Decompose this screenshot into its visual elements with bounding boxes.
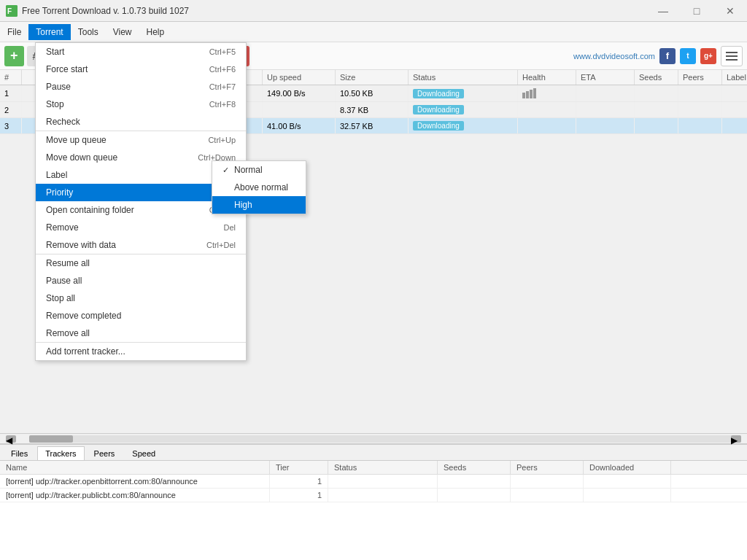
menu-remove-with-data[interactable]: Remove with data Ctrl+Del bbox=[36, 236, 246, 254]
col-peers: Peers bbox=[678, 70, 722, 85]
cell-health bbox=[518, 118, 576, 133]
col-health: Health bbox=[518, 70, 576, 85]
tracker-downloaded bbox=[584, 475, 671, 488]
menu-pause[interactable]: Pause Ctrl+F7 bbox=[36, 78, 246, 96]
col-eta: ETA bbox=[576, 70, 635, 85]
menu-stop-shortcut: Ctrl+F8 bbox=[209, 100, 236, 109]
bottom-tabs: Files Trackers Peers Speed bbox=[0, 445, 747, 461]
app-icon: F bbox=[6, 5, 18, 17]
tracker-col-status: Status bbox=[328, 461, 438, 474]
googleplus-button[interactable]: g+ bbox=[700, 48, 716, 64]
tracker-tier: 1 bbox=[270, 489, 328, 502]
menu-priority-label: Priority bbox=[46, 187, 227, 198]
menu-remove-completed[interactable]: Remove completed bbox=[36, 307, 246, 324]
scroll-thumb[interactable] bbox=[29, 435, 73, 443]
menu-help[interactable]: Help bbox=[139, 24, 172, 40]
close-button[interactable]: ✕ bbox=[713, 0, 747, 22]
menu-remove-shortcut: Del bbox=[223, 223, 236, 232]
cell-num: 1 bbox=[0, 85, 22, 101]
menu-resume-all[interactable]: Resume all bbox=[36, 254, 246, 272]
priority-high[interactable]: High bbox=[212, 196, 306, 214]
tracker-name: [torrent] udp://tracker.publicbt.com:80/… bbox=[0, 489, 270, 502]
bottom-panel: Files Trackers Peers Speed Name Tier Sta… bbox=[0, 443, 747, 560]
col-size: Size bbox=[336, 70, 409, 85]
menu-start-shortcut: Ctrl+F5 bbox=[209, 47, 236, 56]
menu-recheck[interactable]: Recheck bbox=[36, 113, 246, 131]
cell-peers bbox=[678, 85, 722, 101]
maximize-button[interactable]: □ bbox=[680, 0, 713, 22]
menu-stop-all-label: Stop all bbox=[46, 293, 236, 303]
tracker-row[interactable]: [torrent] udp://tracker.openbittorrent.c… bbox=[0, 475, 747, 489]
cell-up-speed: 149.00 B/s bbox=[263, 85, 336, 101]
menu-pause-all[interactable]: Pause all bbox=[36, 272, 246, 289]
tab-speed[interactable]: Speed bbox=[124, 446, 163, 460]
priority-normal[interactable]: ✓ Normal bbox=[212, 161, 306, 179]
horizontal-scrollbar[interactable]: ◀ ▶ bbox=[0, 433, 747, 443]
menu-view[interactable]: View bbox=[106, 24, 139, 40]
svg-text:F: F bbox=[7, 7, 12, 15]
menu-hamburger-button[interactable] bbox=[721, 46, 743, 66]
titlebar-left: F Free Torrent Download v. 1.0.73 build … bbox=[6, 5, 189, 17]
menu-move-down-label: Move down queue bbox=[46, 152, 198, 163]
scroll-left-arrow[interactable]: ◀ bbox=[6, 435, 16, 443]
tab-trackers[interactable]: Trackers bbox=[37, 446, 84, 460]
menu-add-tracker-label: Add torrent tracker... bbox=[46, 346, 236, 357]
window-title: Free Torrent Download v. 1.0.73 build 10… bbox=[22, 6, 189, 16]
cell-peers bbox=[678, 118, 722, 133]
titlebar-controls: — □ ✕ bbox=[646, 0, 747, 22]
cell-health bbox=[518, 85, 576, 101]
website-link[interactable]: www.dvdvideosoft.com bbox=[573, 52, 655, 61]
titlebar: F Free Torrent Download v. 1.0.73 build … bbox=[0, 0, 747, 22]
menu-remove[interactable]: Remove Del bbox=[36, 219, 246, 236]
menu-label-label: Label bbox=[46, 170, 236, 180]
menu-torrent[interactable]: Torrent bbox=[28, 24, 70, 40]
menu-open-folder-label: Open containing folder bbox=[46, 205, 209, 215]
menu-file[interactable]: File bbox=[0, 24, 28, 40]
cell-status: Downloading bbox=[409, 118, 518, 133]
menu-stop-all[interactable]: Stop all bbox=[36, 289, 246, 307]
add-torrent-button[interactable]: + bbox=[4, 46, 24, 66]
menu-move-up-shortcut: Ctrl+Up bbox=[208, 136, 236, 144]
twitter-button[interactable]: t bbox=[680, 48, 696, 64]
tab-files[interactable]: Files bbox=[3, 446, 36, 460]
menu-pause-shortcut: Ctrl+F7 bbox=[209, 82, 236, 91]
tracker-peers bbox=[511, 475, 584, 488]
menu-stop[interactable]: Stop Ctrl+F8 bbox=[36, 96, 246, 113]
menu-remove-all-label: Remove all bbox=[46, 328, 236, 338]
tracker-status bbox=[328, 475, 438, 488]
cell-label bbox=[722, 118, 747, 133]
menu-move-up[interactable]: Move up queue Ctrl+Up bbox=[36, 131, 246, 149]
cell-label bbox=[722, 102, 747, 117]
health-bar bbox=[530, 90, 533, 98]
menu-force-start[interactable]: Force start Ctrl+F6 bbox=[36, 61, 246, 78]
col-num: # bbox=[0, 70, 22, 85]
priority-high-label: High bbox=[234, 200, 252, 210]
menu-start[interactable]: Start Ctrl+F5 bbox=[36, 43, 246, 61]
tracker-col-downloaded: Downloaded bbox=[584, 461, 671, 474]
hamburger-line bbox=[726, 55, 738, 57]
tracker-table: Name Tier Status Seeds Peers Downloaded … bbox=[0, 461, 747, 560]
menu-add-tracker[interactable]: Add torrent tracker... bbox=[36, 342, 246, 360]
scroll-right-arrow[interactable]: ▶ bbox=[731, 435, 741, 443]
cell-size: 32.57 KB bbox=[336, 118, 409, 133]
facebook-button[interactable]: f bbox=[659, 48, 676, 64]
tracker-col-peers: Peers bbox=[511, 461, 584, 474]
col-up-speed: Up speed bbox=[263, 70, 336, 85]
cell-status: Downloading bbox=[409, 85, 518, 101]
minimize-button[interactable]: — bbox=[646, 0, 680, 22]
menu-tools[interactable]: Tools bbox=[71, 24, 106, 40]
menu-force-start-shortcut: Ctrl+F6 bbox=[209, 65, 236, 74]
cell-eta bbox=[576, 85, 635, 101]
col-label: Label bbox=[722, 70, 747, 85]
menu-move-up-label: Move up queue bbox=[46, 135, 208, 145]
priority-above-normal[interactable]: Above normal bbox=[212, 179, 306, 196]
priority-above-normal-label: Above normal bbox=[234, 182, 288, 192]
tab-peers[interactable]: Peers bbox=[86, 446, 123, 460]
tracker-row[interactable]: [torrent] udp://tracker.publicbt.com:80/… bbox=[0, 489, 747, 502]
hamburger-line bbox=[726, 52, 738, 53]
cell-num: 2 bbox=[0, 102, 22, 117]
tracker-col-name: Name bbox=[0, 461, 270, 474]
cell-size: 8.37 KB bbox=[336, 102, 409, 117]
menu-remove-all[interactable]: Remove all bbox=[36, 324, 246, 342]
menu-remove-completed-label: Remove completed bbox=[46, 311, 236, 321]
